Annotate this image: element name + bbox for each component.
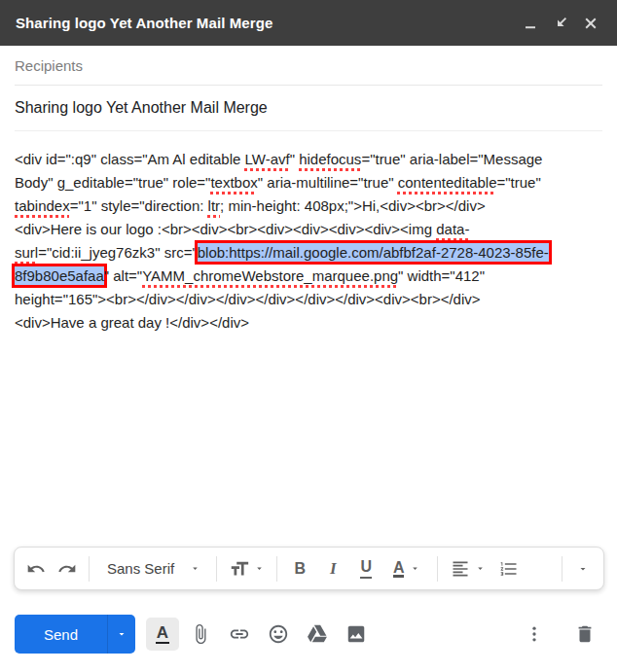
formatting-toolbar: Sans Serif B I U A [14, 547, 604, 590]
align-left-icon [451, 559, 470, 579]
body-text: " [290, 151, 300, 167]
chevron-down-icon [190, 563, 200, 574]
align-button[interactable] [444, 552, 492, 585]
insert-link-button[interactable] [222, 617, 257, 652]
toolbar-separator [437, 556, 438, 582]
minimize-icon [523, 16, 538, 31]
body-text: " aria-multiline="true" [258, 174, 398, 191]
send-button[interactable]: Send [15, 615, 107, 654]
more-options-button[interactable] [517, 617, 552, 652]
body-line: height="165"><br></div></div></div></div… [15, 288, 602, 311]
chevron-down-icon [577, 563, 589, 575]
message-body[interactable]: <div id=":q9" class="Am Al editable LW-a… [0, 131, 617, 335]
misspelled-word: ltr [208, 197, 221, 214]
undo-icon [26, 559, 46, 579]
chevron-down-icon [475, 563, 486, 574]
emoji-icon [268, 623, 289, 645]
italic-button[interactable]: I [316, 552, 349, 585]
compose-window: Sharing logo Yet Another Mail Merge Reci… [0, 0, 617, 672]
redo-button[interactable] [52, 552, 83, 585]
body-text: " width="412" [398, 267, 485, 284]
insert-emoji-button[interactable] [261, 617, 296, 652]
formatting-options-button[interactable]: A [146, 618, 179, 651]
discard-draft-button[interactable] [567, 617, 602, 652]
body-line: 8f9b80e5afaa" alt="YAMM_chromeWebstore_m… [15, 265, 602, 288]
body-line: Body" g_editable="true" role="textbox" a… [15, 171, 602, 195]
misspelled-word: surl [15, 244, 38, 261]
minimize-button[interactable] [522, 15, 539, 32]
exit-fullscreen-button[interactable] [552, 15, 569, 32]
chevron-down-icon [254, 563, 265, 574]
highlighted-url-segment: 8f9b80e5afaa [15, 266, 104, 285]
link-icon [229, 623, 250, 645]
misspelled-word: LW-avf [245, 151, 290, 167]
toolbar-separator [276, 556, 277, 582]
redo-icon [57, 559, 77, 579]
compose-action-bar: Send A [15, 615, 602, 654]
bold-label: B [294, 560, 306, 578]
attach-file-button[interactable] [183, 617, 218, 652]
body-line: <div>Have a great day !</div></div> [15, 311, 602, 335]
trash-icon [574, 623, 596, 645]
undo-button[interactable] [20, 552, 52, 585]
formatting-options-label: A [156, 624, 169, 644]
misspelled-word: contenteditable [398, 174, 497, 191]
underline-label: U [360, 558, 372, 579]
body-line: tabindex="1" style="direction: ltr; min-… [15, 195, 602, 218]
body-text: Body" g_editable="true" role=" [15, 174, 210, 191]
underline-button[interactable]: U [349, 552, 382, 585]
chevron-down-icon [410, 563, 420, 574]
body-line: <div id=":q9" class="Am Al editable LW-a… [15, 148, 602, 171]
send-options-button[interactable] [107, 615, 135, 654]
action-bar-right [517, 617, 602, 652]
italic-label: I [330, 559, 337, 579]
body-text: <div>Here is our logo :<br><div><br><div… [15, 221, 436, 237]
chevron-down-icon [116, 628, 127, 640]
exit-fullscreen-icon [553, 16, 568, 31]
text-color-label: A [393, 560, 405, 578]
body-line: surl="cid:ii_jyeg76zk3" src="blob:https:… [15, 241, 602, 265]
misspelled-word: hidefocus [299, 151, 361, 167]
misspelled-word: data- [436, 221, 469, 237]
compose-header: Sharing logo Yet Another Mail Merge [0, 0, 617, 46]
insert-drive-button[interactable] [300, 617, 335, 652]
body-text: height="165"><br></div></div></div></div… [15, 291, 481, 307]
misspelled-word: YAMM_chromeWebstore_marquee.png [142, 267, 398, 284]
drive-icon [307, 623, 328, 645]
numbered-list-button[interactable] [492, 552, 526, 585]
misspelled-word: tabindex [15, 197, 70, 214]
insert-photo-button[interactable] [339, 617, 374, 652]
misspelled-word: textbox [210, 174, 257, 191]
close-button[interactable] [582, 15, 599, 32]
body-text: ="true" aria-label="Message [361, 151, 542, 167]
body-text: ="1" style="direction: [70, 197, 208, 214]
body-text: <div id=":q9" class="Am Al editable [15, 151, 245, 167]
close-icon [583, 16, 599, 31]
bold-button[interactable]: B [283, 552, 316, 585]
toolbar-separator [562, 556, 563, 582]
recipients-placeholder: Recipients [15, 57, 83, 74]
font-size-button[interactable] [223, 552, 271, 585]
paperclip-icon [190, 623, 211, 645]
subject-value: Sharing logo Yet Another Mail Merge [15, 99, 268, 117]
toolbar-separator [216, 556, 217, 582]
window-title: Sharing logo Yet Another Mail Merge [16, 15, 272, 31]
subject-field[interactable]: Sharing logo Yet Another Mail Merge [15, 86, 602, 131]
more-vert-icon [525, 624, 544, 644]
recipients-field[interactable]: Recipients [15, 46, 602, 86]
body-text: <div>Have a great day !</div></div> [15, 314, 249, 331]
format-size-icon [229, 558, 250, 580]
body-text: ; min-height: 408px;">Hi,<div><br></div> [220, 197, 486, 214]
window-controls [522, 15, 599, 32]
numbered-list-icon [499, 559, 519, 579]
highlighted-url-segment: blob:https://mail.google.com/abfbf2af-27… [198, 243, 549, 262]
font-family-selector[interactable]: Sans Serif [95, 552, 210, 585]
text-color-button[interactable]: A [382, 552, 431, 585]
body-text: ="cid:ii_jyeg76zk3" src=" [38, 244, 198, 261]
font-family-label: Sans Serif [107, 560, 174, 577]
body-text: ="true" [497, 174, 541, 191]
body-line: <div>Here is our logo :<br><div><br><div… [15, 218, 602, 241]
more-formatting-button[interactable] [568, 552, 598, 585]
body-text: " alt=" [104, 267, 142, 284]
toolbar-separator [89, 556, 90, 582]
